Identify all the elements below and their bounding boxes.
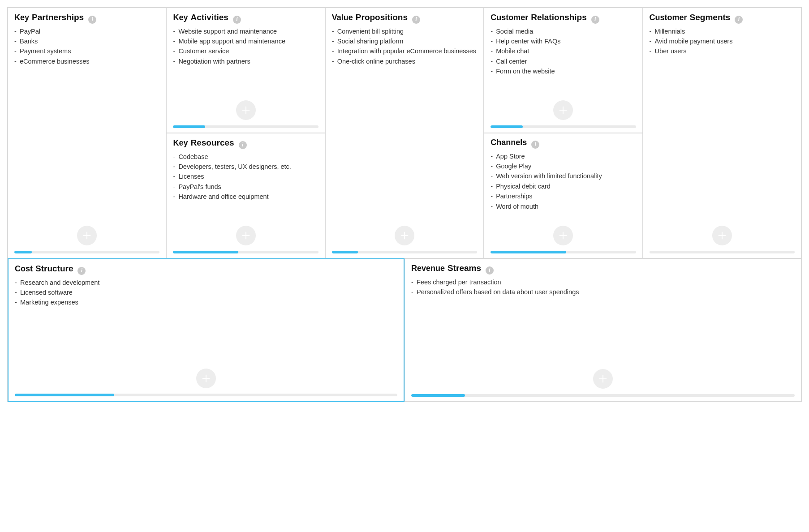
list-item[interactable]: Hardware and office equipment xyxy=(173,192,318,202)
progress-bar xyxy=(491,125,636,128)
item-list: PayPalBanksPayment systemseCommerce busi… xyxy=(14,26,159,67)
block-title: Key Resources xyxy=(173,138,318,148)
list-item[interactable]: Social sharing platform xyxy=(332,36,477,46)
title-word-1: Revenue xyxy=(411,264,445,273)
list-item[interactable]: Millennials xyxy=(650,26,795,36)
list-item[interactable]: Research and development xyxy=(15,278,397,287)
block-title: Customer Relationships xyxy=(491,13,636,23)
business-model-canvas: Key Partnerships PayPalBanksPayment syst… xyxy=(7,7,802,402)
info-icon[interactable] xyxy=(486,266,494,275)
info-icon[interactable] xyxy=(239,141,247,149)
add-button[interactable] xyxy=(553,100,573,120)
info-icon[interactable] xyxy=(412,16,420,24)
info-icon[interactable] xyxy=(531,141,539,149)
list-item[interactable]: Banks xyxy=(14,36,159,46)
title-word-2: Resources xyxy=(190,138,234,148)
list-item[interactable]: Customer service xyxy=(173,46,318,56)
item-list: Fees charged per transactionPersonalized… xyxy=(411,277,795,297)
list-item[interactable]: Form on the website xyxy=(491,66,636,76)
item-list: MillennialsAvid mobile payment usersUber… xyxy=(650,26,795,56)
block-customer-relationships[interactable]: Customer Relationships Social mediaHelp … xyxy=(484,8,642,133)
add-button[interactable] xyxy=(196,369,216,388)
plus-icon xyxy=(241,105,251,115)
list-item[interactable]: Website support and maintenance xyxy=(173,26,318,36)
block-revenue-streams[interactable]: Revenue Streams Fees charged per transac… xyxy=(404,258,801,402)
progress-bar xyxy=(491,251,636,253)
progress-bar xyxy=(411,394,795,397)
title-word-1: Value xyxy=(332,13,353,22)
title-word-2: Partnerships xyxy=(32,13,84,22)
info-icon[interactable] xyxy=(735,16,743,24)
add-button[interactable] xyxy=(236,100,256,120)
list-item[interactable]: Payment systems xyxy=(14,46,159,56)
list-item[interactable]: Partnerships xyxy=(491,191,636,201)
block-title: Customer Segments xyxy=(650,13,795,23)
list-item[interactable]: eCommerce businesses xyxy=(14,56,159,66)
progress-bar xyxy=(650,251,795,253)
title-word-1: Customer xyxy=(650,13,687,22)
title-word-1: Key xyxy=(14,13,29,22)
title-word-1: Channels xyxy=(491,138,527,147)
list-item[interactable]: Convenient bill splitting xyxy=(332,26,477,36)
list-item[interactable]: App Store xyxy=(491,151,636,161)
plus-icon xyxy=(201,373,211,383)
block-title: Key Partnerships xyxy=(14,13,159,23)
list-item[interactable]: Developers, testers, UX designers, etc. xyxy=(173,162,318,172)
title-word-2: Activities xyxy=(190,13,228,22)
list-item[interactable]: Physical debit card xyxy=(491,181,636,191)
progress-bar xyxy=(332,251,477,253)
list-item[interactable]: Codebase xyxy=(173,152,318,162)
list-item[interactable]: PayPal xyxy=(14,26,159,36)
block-key-resources[interactable]: Key Resources CodebaseDevelopers, tester… xyxy=(166,133,325,258)
list-item[interactable]: Licensed software xyxy=(15,287,397,297)
plus-icon xyxy=(241,231,251,240)
list-item[interactable]: Personalized offers based on data about … xyxy=(411,287,795,297)
list-item[interactable]: Web version with limited functionality xyxy=(491,171,636,181)
plus-icon xyxy=(558,231,568,240)
item-list: Research and developmentLicensed softwar… xyxy=(15,278,397,308)
block-value-propositions[interactable]: Value Propositions Convenient bill split… xyxy=(325,8,484,258)
list-item[interactable]: Avid mobile payment users xyxy=(650,36,795,46)
title-word-1: Customer xyxy=(491,13,528,22)
title-word-2: Relationships xyxy=(531,13,587,22)
list-item[interactable]: Mobile app support and maintenance xyxy=(173,36,318,46)
list-item[interactable]: Licenses xyxy=(173,172,318,181)
list-item[interactable]: Social media xyxy=(491,26,636,36)
block-channels[interactable]: Channels App StoreGoogle PlayWeb version… xyxy=(484,133,642,258)
item-list: CodebaseDevelopers, testers, UX designer… xyxy=(173,152,318,202)
add-button[interactable] xyxy=(236,226,256,245)
list-item[interactable]: Help center with FAQs xyxy=(491,36,636,46)
info-icon[interactable] xyxy=(591,16,599,24)
info-icon[interactable] xyxy=(77,267,86,275)
add-button[interactable] xyxy=(77,226,97,245)
add-button[interactable] xyxy=(712,226,732,245)
info-icon[interactable] xyxy=(88,16,96,24)
block-customer-segments[interactable]: Customer Segments MillennialsAvid mobile… xyxy=(643,8,801,258)
list-item[interactable]: Google Play xyxy=(491,161,636,171)
title-word-2: Propositions xyxy=(356,13,408,22)
block-cost-structure[interactable]: Cost Structure Research and developmentL… xyxy=(8,258,404,402)
add-button[interactable] xyxy=(593,369,613,389)
list-item[interactable]: Word of mouth xyxy=(491,202,636,211)
progress-bar xyxy=(15,394,397,396)
list-item[interactable]: PayPal's funds xyxy=(173,182,318,192)
list-item[interactable]: Mobile chat xyxy=(491,46,636,56)
block-key-partnerships[interactable]: Key Partnerships PayPalBanksPayment syst… xyxy=(8,8,166,258)
list-item[interactable]: Fees charged per transaction xyxy=(411,277,795,287)
list-item[interactable]: Uber users xyxy=(650,46,795,56)
block-key-activities[interactable]: Key Activities Website support and maint… xyxy=(166,8,325,133)
item-list: App StoreGoogle PlayWeb version with lim… xyxy=(491,151,636,212)
title-word-1: Cost xyxy=(15,264,33,274)
add-button[interactable] xyxy=(395,226,414,245)
list-item[interactable]: One-click online purchases xyxy=(332,56,477,66)
add-button[interactable] xyxy=(553,226,573,245)
info-icon[interactable] xyxy=(233,16,241,24)
block-title: Value Propositions xyxy=(332,13,477,23)
list-item[interactable]: Integration with popular eCommerce busin… xyxy=(332,46,477,56)
list-item[interactable]: Marketing expenses xyxy=(15,297,397,307)
item-list: Website support and maintenanceMobile ap… xyxy=(173,26,318,67)
title-word-2: Structure xyxy=(35,264,73,274)
list-item[interactable]: Negotiation with partners xyxy=(173,56,318,66)
list-item[interactable]: Call center xyxy=(491,56,636,66)
title-word-1: Key xyxy=(173,138,188,148)
